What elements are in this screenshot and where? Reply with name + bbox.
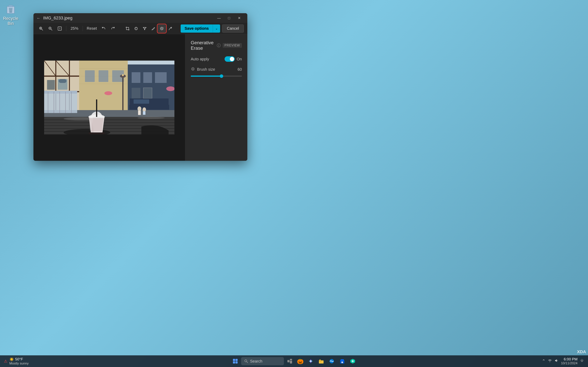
svg-point-61	[138, 117, 165, 119]
photo-display	[44, 61, 174, 134]
svg-rect-24	[143, 72, 152, 83]
svg-point-67	[143, 107, 146, 112]
start-button[interactable]	[231, 357, 240, 366]
brush-size-icon	[191, 67, 195, 72]
title-bar: ← IMG_6233.jpeg — □ ✕	[34, 13, 247, 23]
brush-size-label: Brush size	[197, 67, 238, 72]
spot-heal-tool-button[interactable]	[166, 25, 174, 33]
close-button[interactable]: ✕	[234, 13, 244, 23]
auto-apply-label: Auto apply	[191, 57, 225, 61]
preview-badge: PREVIEW	[223, 43, 242, 48]
svg-point-42	[166, 86, 174, 91]
svg-rect-77	[290, 359, 292, 360]
brush-size-row: Brush size 60	[191, 67, 242, 72]
zoom-out-button[interactable]	[46, 25, 54, 33]
weather-description: Mostly sunny	[9, 362, 29, 366]
recycle-bin[interactable]: Recycle Bin	[2, 2, 19, 27]
right-panel: Generative Erase ⓘ PREVIEW Auto apply On	[185, 34, 247, 161]
brush-size-slider[interactable]	[191, 75, 242, 77]
svg-rect-21	[59, 79, 67, 83]
taskbar-right: ⌃ 6:00 PM 10/11/2024	[542, 357, 584, 365]
maximize-button[interactable]: □	[224, 13, 234, 23]
svg-point-65	[138, 106, 141, 111]
window-controls: — □ ✕	[214, 13, 244, 23]
adjust-tool-button[interactable]	[132, 25, 140, 33]
emoji-icon[interactable]: 🎃	[295, 357, 305, 366]
browser-icon[interactable]	[327, 357, 336, 366]
svg-rect-36	[99, 70, 108, 82]
crop-tool-button[interactable]	[123, 25, 132, 33]
svg-point-41	[104, 91, 112, 95]
svg-rect-47	[44, 91, 77, 94]
store-icon[interactable]	[337, 357, 347, 366]
recycle-bin-label: Recycle Bin	[3, 16, 18, 26]
reset-button[interactable]: Reset	[85, 26, 98, 31]
minimize-button[interactable]: —	[214, 13, 224, 23]
slider-fill	[191, 75, 223, 77]
fit-to-window-button[interactable]	[56, 25, 64, 33]
back-button[interactable]: ←	[36, 16, 40, 20]
svg-rect-38	[122, 76, 123, 115]
redo-button[interactable]	[109, 25, 117, 33]
svg-rect-25	[155, 72, 167, 83]
main-content: Generative Erase ⓘ PREVIEW Auto apply On	[34, 34, 247, 161]
markup-tool-button[interactable]	[149, 25, 157, 33]
network-icon[interactable]	[548, 359, 552, 364]
toolbar-right: Save options ⌄ Cancel	[181, 25, 244, 33]
svg-point-80	[310, 360, 311, 362]
filter-tool-button[interactable]	[141, 25, 149, 33]
svg-rect-73	[233, 361, 235, 364]
editing-tools	[123, 25, 174, 33]
weather-temperature: ☀️ 50°F	[9, 357, 29, 362]
svg-rect-74	[235, 361, 238, 364]
info-icon[interactable]: ⓘ	[217, 43, 221, 48]
svg-rect-30	[129, 105, 169, 110]
search-icon	[244, 359, 248, 363]
svg-point-75	[245, 360, 247, 362]
svg-point-69	[191, 67, 194, 70]
svg-point-40	[122, 74, 124, 76]
svg-rect-46	[44, 92, 77, 113]
slider-thumb[interactable]	[220, 74, 223, 78]
desktop: Recycle Bin ← IMG_6233.jpeg — □ ✕	[0, 0, 588, 367]
svg-rect-76	[287, 360, 290, 362]
zoom-level: 25%	[69, 26, 80, 31]
auto-apply-state: On	[237, 57, 242, 61]
undo-button[interactable]	[100, 25, 108, 33]
panel-header: Generative Erase ⓘ PREVIEW	[191, 40, 242, 51]
svg-rect-68	[143, 111, 146, 115]
svg-point-70	[192, 68, 193, 69]
app-window: ← IMG_6233.jpeg — □ ✕ 25% Reset	[34, 13, 247, 161]
task-view-button[interactable]	[285, 357, 294, 366]
app-icon-7[interactable]	[348, 357, 357, 366]
auto-apply-toggle[interactable]	[225, 56, 235, 62]
taskbar-left: ⚠ ☀️ 50°F Mostly sunny	[4, 357, 29, 366]
search-bar[interactable]: Search	[241, 357, 284, 365]
system-tray-chevron[interactable]: ⌃	[542, 359, 545, 364]
cancel-button[interactable]: Cancel	[222, 25, 244, 33]
toolbar-divider-1	[66, 26, 66, 31]
toggle-thumb	[230, 57, 234, 61]
svg-rect-86	[341, 362, 343, 363]
photo-svg	[44, 61, 174, 134]
svg-rect-71	[233, 359, 235, 361]
svg-rect-35	[85, 70, 95, 82]
weather-widget: ☀️ 50°F Mostly sunny	[9, 357, 29, 366]
generative-erase-tool-button[interactable]	[158, 25, 166, 33]
clock-time: 6:00 PM	[561, 357, 578, 361]
svg-rect-72	[235, 359, 238, 361]
zoom-in-button[interactable]	[37, 25, 45, 33]
notification-icon[interactable]	[580, 359, 584, 364]
svg-rect-29	[134, 100, 149, 104]
svg-rect-78	[290, 361, 292, 364]
taskbar: ⚠ ☀️ 50°F Mostly sunny	[0, 355, 588, 367]
save-options-button[interactable]: Save options	[181, 25, 213, 33]
system-clock[interactable]: 6:00 PM 10/11/2024	[561, 357, 578, 365]
volume-icon[interactable]	[554, 359, 559, 364]
file-manager-icon[interactable]	[317, 357, 326, 366]
save-options-dropdown-button[interactable]: ⌄	[213, 25, 220, 33]
svg-rect-31	[79, 61, 128, 111]
svg-rect-23	[132, 72, 140, 83]
weather-alert-icon: ⚠	[4, 359, 7, 363]
paint-icon[interactable]	[306, 357, 315, 366]
